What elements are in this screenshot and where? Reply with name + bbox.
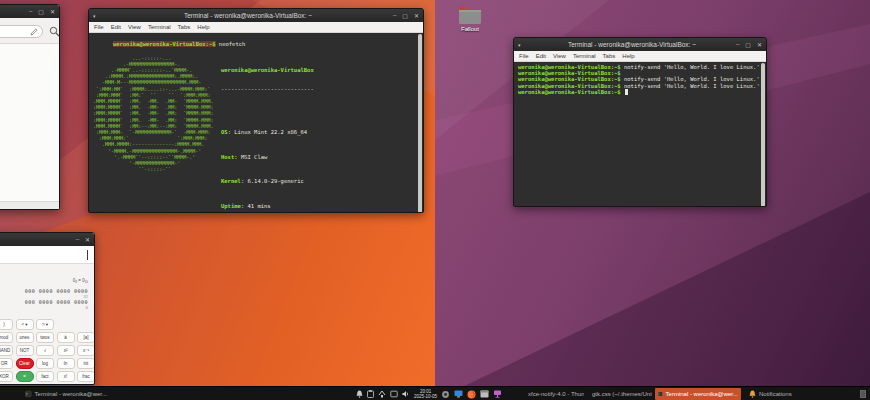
taskbar-item-terminal-active[interactable]: Terminal - weronika@wer... xyxy=(655,388,741,400)
terminal-title: Terminal - weronika@weronika-VirtualBox:… xyxy=(528,41,736,48)
minimize-button[interactable]: – xyxy=(736,41,739,48)
edit-pencil-icon xyxy=(30,28,38,36)
terminal-line: weronika@weronika-VirtualBox:~$ xyxy=(518,89,758,95)
calculator-bit-editor: 000 0000 0000 0000 32 000 0000 0000 0000… xyxy=(25,288,88,310)
folder-icon xyxy=(458,6,482,25)
bit-row-group[interactable]: 000 0000 0000 0000 32 xyxy=(25,288,88,299)
clock[interactable]: 20:01 2025-10-05 xyxy=(414,389,437,399)
window-menu-icon[interactable]: ▾ xyxy=(518,42,528,48)
close-button[interactable]: ✕ xyxy=(85,236,90,243)
calculator-button[interactable]: mod xyxy=(0,332,13,343)
minimize-button[interactable]: – xyxy=(29,8,32,15)
calculator-titlebar[interactable]: – ✕ xyxy=(0,233,94,246)
calculator-window[interactable]: – ✕ 0₈ = 0₁₆ 000 0000 0000 0000 32 000 0… xyxy=(0,232,95,385)
close-button[interactable]: ✕ xyxy=(50,8,55,15)
calculator-button[interactable]: int xyxy=(77,358,95,369)
workspace-pager[interactable] xyxy=(860,390,866,398)
desktop-folder-fallout[interactable]: Fallout xyxy=(448,6,492,32)
display-settings-icon[interactable] xyxy=(454,390,463,398)
calculator-keypad: ) < ▾ > ▾ mod ones twos ā [a] NAND NOT √… xyxy=(0,319,95,382)
taskbar-item-gtkcss[interactable]: gtk.css (~/.themes/Unity-8... xyxy=(586,388,652,400)
terminal-content[interactable]: weronika@weronika-VirtualBox:~$ notify-s… xyxy=(514,62,766,207)
calculator-button[interactable]: NOT xyxy=(16,345,34,356)
calculator-entry[interactable] xyxy=(0,246,94,264)
editor-window[interactable]: – ▢ ✕ xyxy=(0,4,60,210)
calculator-button[interactable]: ln xyxy=(57,358,75,369)
calculator-button[interactable]: ) xyxy=(0,319,13,330)
terminal-menubar: FileEditViewTerminalTabsHelp xyxy=(514,51,766,62)
taskbar-item-thunar[interactable]: xfce-notify-4.0 - Thunar xyxy=(522,388,584,400)
menu-item[interactable]: Edit xyxy=(111,24,121,30)
taskbar-item-terminal-1[interactable]: Terminal - weronika@wer... xyxy=(22,388,110,400)
search-input[interactable] xyxy=(0,25,43,38)
menu-item[interactable]: Tabs xyxy=(603,53,616,59)
menu-item[interactable]: View xyxy=(128,24,141,30)
calculator-button[interactable]: twos xyxy=(36,332,54,343)
calculator-button[interactable]: log xyxy=(36,358,54,369)
menu-item[interactable]: Terminal xyxy=(573,53,596,59)
calculator-button[interactable]: [a] xyxy=(77,332,95,343)
calculator-button[interactable]: < ▾ xyxy=(16,319,34,330)
menu-item[interactable]: File xyxy=(519,53,529,59)
calculator-button[interactable]: ā xyxy=(57,332,75,343)
settings-gear-icon[interactable] xyxy=(441,390,450,399)
maximize-button[interactable]: ▢ xyxy=(402,12,408,19)
terminal-window-neofetch[interactable]: ▾ Terminal - weronika@weronika-VirtualBo… xyxy=(88,8,424,213)
window-menu-icon[interactable]: ▾ xyxy=(93,13,103,19)
close-button[interactable]: ✕ xyxy=(414,12,419,19)
menu-item[interactable]: Edit xyxy=(536,53,546,59)
close-button[interactable]: ✕ xyxy=(757,41,762,48)
terminal-titlebar[interactable]: ▾ Terminal - weronika@weronika-VirtualBo… xyxy=(89,9,423,22)
terminal-title: Terminal - weronika@weronika-VirtualBox:… xyxy=(103,12,393,19)
firefox-icon[interactable] xyxy=(467,390,476,399)
terminal-titlebar[interactable]: ▾ Terminal - weronika@weronika-VirtualBo… xyxy=(514,38,766,51)
calculator-button[interactable]: x! xyxy=(57,371,75,382)
calculator-button[interactable]: = xyxy=(16,371,34,382)
menu-item[interactable]: View xyxy=(553,53,566,59)
terminal-icon xyxy=(25,390,32,398)
menu-item[interactable]: File xyxy=(94,24,104,30)
calculator-button[interactable]: Clear xyxy=(16,358,34,369)
calculator-button[interactable]: x⁻¹ xyxy=(77,345,95,356)
calculator-button[interactable]: frac xyxy=(77,371,95,382)
terminal-window-notify[interactable]: ▾ Terminal - weronika@weronika-VirtualBo… xyxy=(513,37,767,207)
terminal-icon xyxy=(658,390,663,398)
scrollbar[interactable] xyxy=(761,63,765,207)
scrollbar[interactable] xyxy=(418,34,422,213)
menu-item[interactable]: Terminal xyxy=(148,24,171,30)
calculator-button[interactable]: XOR xyxy=(0,371,13,382)
minimize-button[interactable]: – xyxy=(76,236,79,243)
window-indicator-icon[interactable] xyxy=(390,390,398,398)
clipboard-icon[interactable] xyxy=(367,390,374,398)
calculator-base-conversion: 0₈ = 0₁₆ xyxy=(73,278,88,283)
menu-item[interactable]: Help xyxy=(197,24,209,30)
maximize-button[interactable]: ▢ xyxy=(38,8,44,15)
volume-icon[interactable] xyxy=(402,390,410,398)
maximize-button[interactable]: ▢ xyxy=(745,41,751,48)
notification-bell-icon[interactable] xyxy=(356,390,363,398)
calculator-button[interactable]: ones xyxy=(16,332,34,343)
app-window-icon[interactable] xyxy=(480,390,489,398)
menu-item[interactable]: Help xyxy=(622,53,634,59)
neofetch-separator: ---------------------------- xyxy=(221,86,314,92)
menu-item[interactable]: Tabs xyxy=(178,24,191,30)
calculator-button[interactable]: fact xyxy=(36,371,54,382)
network-icon[interactable] xyxy=(378,390,386,398)
minimize-button[interactable]: – xyxy=(393,12,396,19)
magenta-display-icon[interactable] xyxy=(493,390,502,398)
calculator-button[interactable]: NAND xyxy=(0,345,13,356)
search-icon[interactable] xyxy=(49,26,60,37)
calculator-button[interactable]: √ xyxy=(36,345,54,356)
editor-titlebar[interactable]: – ▢ ✕ xyxy=(0,5,59,18)
bit-row-group[interactable]: 000 0000 0000 0000 0 xyxy=(25,299,88,310)
calculator-button[interactable]: > ▾ xyxy=(36,319,54,330)
editor-content xyxy=(0,44,59,201)
neofetch-output: ...-:::::-... .-MMMMMMMMMMMMMMM-. .-MMMM… xyxy=(93,55,415,213)
calculator-button[interactable]: x² xyxy=(57,345,75,356)
taskbar: Terminal - weronika@wer... 20:01 2025-10… xyxy=(0,386,870,400)
workspace-1[interactable] xyxy=(860,390,866,398)
terminal-content[interactable]: weronika@weronika-VirtualBox:~$ neofetch… xyxy=(89,33,423,213)
taskbar-item-notifications[interactable]: Notifications xyxy=(746,388,802,400)
calculator-button[interactable]: OR xyxy=(0,358,13,369)
shell-prompt: weronika@weronika-VirtualBox:~$ xyxy=(113,41,216,47)
